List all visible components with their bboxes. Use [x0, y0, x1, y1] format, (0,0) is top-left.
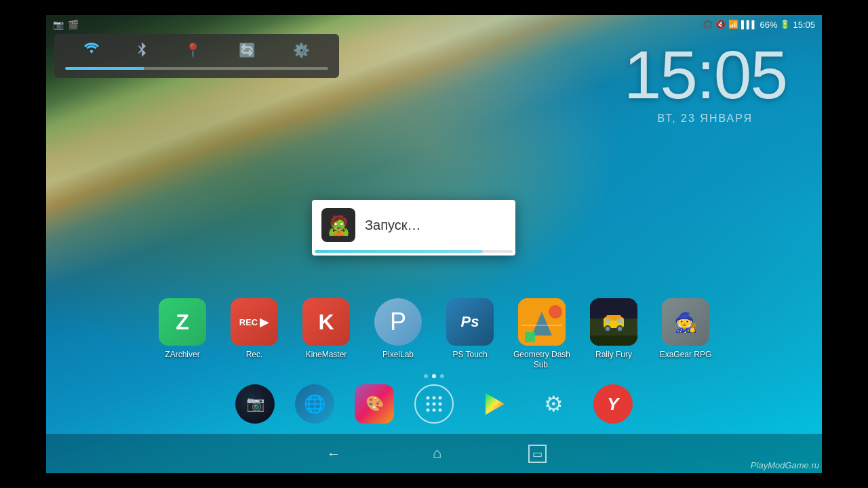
svg-rect-13	[605, 319, 610, 323]
dock-item-holo[interactable]: 🎨	[355, 384, 394, 424]
playstore-dock-icon	[474, 384, 513, 424]
svg-point-10	[606, 327, 610, 331]
app-item-rallyfury[interactable]: Rally Fury	[583, 298, 644, 369]
pixellab-icon: P	[374, 298, 422, 346]
pstouch-icon: Ps	[446, 298, 494, 346]
dock-item-drawer[interactable]	[414, 384, 454, 424]
nav-recents-button[interactable]: ▭	[528, 445, 547, 463]
app-item-zarchiver[interactable]: Z ZArchiver	[152, 298, 213, 369]
camera-status-icon: 📷	[53, 20, 64, 30]
svg-point-3	[549, 305, 562, 319]
rallyfury-icon	[590, 298, 637, 346]
status-bar: 📷 🎬 🎧 🔇 📶 ▌▌▌ 66% 🔋 15:05	[46, 15, 822, 34]
frame-bottom	[0, 473, 868, 488]
qs-sync-icon[interactable]: 🔄	[239, 42, 256, 60]
app-item-rec[interactable]: REC ▶ Rec.	[224, 298, 285, 369]
svg-rect-2	[525, 332, 535, 342]
status-left-icons: 📷 🎬	[53, 20, 79, 30]
qs-wifi-icon[interactable]	[84, 42, 99, 60]
clock-date: ВТ, 23 ЯНВАРЯ	[624, 113, 787, 125]
qs-location-icon[interactable]: 📍	[184, 42, 201, 60]
exagear-icon: 🧙	[662, 298, 709, 346]
record-status-icon: 🎬	[68, 20, 79, 30]
battery-icon: 🔋	[780, 20, 790, 29]
frame-left	[0, 15, 46, 473]
dock-item-playstore[interactable]	[474, 384, 513, 424]
holo-dock-icon: 🎨	[355, 384, 394, 424]
svg-point-18	[427, 403, 430, 406]
app-item-kinemaster[interactable]: K KineMaster	[296, 298, 357, 369]
zarchiver-icon: Z	[159, 298, 206, 346]
exagear-label: ExaGear RPG	[660, 350, 712, 359]
qs-icons-row: 📍 🔄 ⚙️	[65, 42, 328, 60]
nav-bar: ← ⌂ ▭	[46, 434, 822, 473]
app-item-geodash[interactable]: Geometry Dash Sub.	[511, 298, 572, 369]
svg-point-15	[427, 396, 430, 400]
geodash-label: Geometry Dash Sub.	[511, 350, 572, 369]
svg-point-12	[618, 327, 622, 331]
app-item-pstouch[interactable]: Ps PS Touch	[439, 298, 500, 369]
svg-marker-24	[486, 393, 505, 415]
nav-home-button[interactable]: ⌂	[427, 439, 447, 468]
svg-point-21	[427, 409, 430, 412]
page-dot-3	[440, 374, 444, 378]
app-grid-row1: Z ZArchiver REC ▶ Rec. K KineMaster P Pi…	[46, 298, 822, 369]
kinemaster-icon: K	[302, 298, 350, 346]
rec-icon: REC ▶	[231, 298, 278, 346]
watermark: PlayModGame.ru	[751, 460, 819, 470]
zarchiver-label: ZArchiver	[165, 350, 199, 359]
svg-point-20	[439, 403, 442, 406]
status-right-icons: 🎧 🔇 📶 ▌▌▌ 66% 🔋 15:05	[703, 20, 815, 30]
browser-dock-icon: 🌐	[295, 384, 334, 424]
yandex-dock-icon: Y	[593, 384, 633, 424]
dock-item-camera[interactable]: 📷	[235, 384, 275, 424]
brightness-slider[interactable]	[65, 67, 328, 70]
frame-top	[0, 0, 868, 15]
pstouch-label: PS Touch	[452, 350, 487, 359]
pixellab-label: PixelLab	[382, 350, 414, 359]
camera-dock-icon: 📷	[235, 384, 275, 424]
kinemaster-label: KineMaster	[306, 350, 347, 359]
dock-item-settings[interactable]: ⚙	[534, 384, 573, 424]
svg-rect-14	[617, 319, 623, 323]
dialog-app-icon: 🧟	[321, 208, 355, 242]
app-grid-row2: 📷 🌐 🎨	[46, 384, 822, 424]
page-dot-1	[424, 374, 428, 378]
svg-point-19	[433, 403, 436, 406]
battery-percent: 66%	[760, 20, 777, 30]
dialog-progress-container	[315, 250, 513, 253]
clock-time: 15:05	[624, 41, 787, 108]
settings-dock-icon: ⚙	[534, 384, 573, 424]
svg-point-16	[433, 396, 436, 400]
dock-item-yandex[interactable]: Y	[593, 384, 633, 424]
qs-bluetooth-icon[interactable]	[136, 42, 147, 60]
drawer-dock-icon	[414, 384, 454, 424]
rec-label: Rec.	[246, 350, 263, 359]
dock-item-browser[interactable]: 🌐	[295, 384, 334, 424]
svg-point-22	[433, 409, 436, 412]
status-time: 15:05	[793, 20, 815, 30]
svg-rect-6	[590, 336, 637, 346]
page-dots	[424, 374, 444, 378]
dialog-progress-bar	[315, 250, 483, 253]
headphone-icon: 🎧	[703, 20, 713, 29]
mute-icon: 🔇	[715, 20, 726, 29]
svg-point-23	[439, 409, 442, 412]
dialog-content: 🧟 Запуск…	[312, 200, 515, 250]
geodash-icon	[518, 298, 566, 346]
app-item-pixellab[interactable]: P PixelLab	[368, 298, 429, 369]
frame-right	[822, 15, 868, 473]
clock-display: 15:05 ВТ, 23 ЯНВАРЯ	[624, 41, 787, 125]
quick-settings-panel: 📍 🔄 ⚙️	[54, 34, 339, 78]
app-item-exagear[interactable]: 🧙 ExaGear RPG	[655, 298, 716, 369]
signal-icon: ▌▌▌	[741, 20, 757, 28]
dialog-launch-text: Запуск…	[365, 218, 421, 233]
nav-back-button[interactable]: ←	[321, 441, 346, 467]
loading-dialog: 🧟 Запуск…	[312, 200, 515, 256]
wifi-icon: 📶	[728, 20, 738, 29]
page-dot-2	[432, 374, 436, 378]
rallyfury-label: Rally Fury	[595, 350, 632, 359]
qs-settings-icon[interactable]: ⚙️	[293, 42, 310, 60]
svg-point-17	[439, 396, 442, 400]
